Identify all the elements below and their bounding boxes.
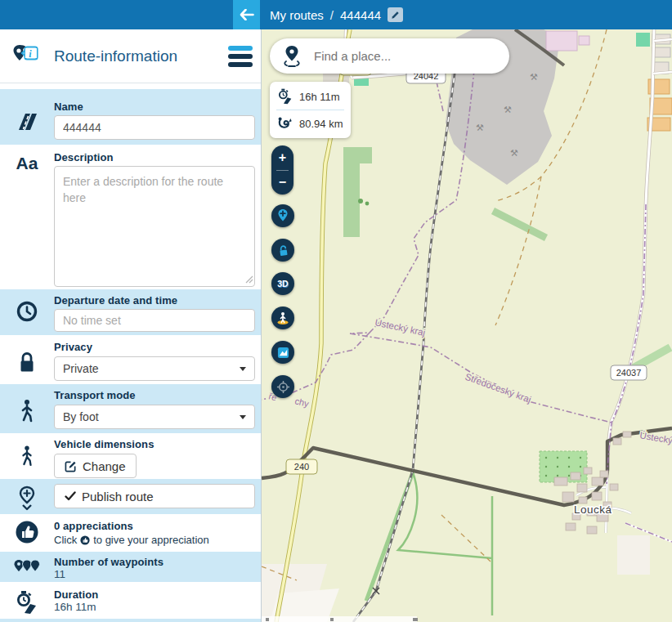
- publish-route-button[interactable]: Publish route: [54, 484, 255, 508]
- lock-map-button[interactable]: [271, 239, 294, 262]
- road-shield-240: 240: [286, 459, 317, 474]
- transport-select[interactable]: By foot: [54, 405, 255, 429]
- mine-symbol: ⚒: [530, 72, 538, 82]
- menu-bar-mid: [228, 54, 253, 59]
- pencil-icon: [391, 11, 400, 20]
- sports-pitch: [636, 33, 650, 47]
- duration-icon: [15, 590, 39, 615]
- industrial-building: [546, 31, 577, 51]
- region-label: Ústecký kraj: [374, 317, 427, 338]
- top-bar: My routes / 444444: [0, 0, 672, 29]
- vehicle-label: Vehicle dimensions: [54, 438, 255, 450]
- lock-icon: [17, 351, 37, 375]
- breadcrumb-separator: /: [330, 8, 334, 22]
- mine-symbol: ⚒: [476, 123, 484, 132]
- menu-bar-bot: [228, 62, 253, 67]
- pegman-icon: [276, 311, 289, 325]
- search-input[interactable]: [312, 48, 498, 64]
- publish-row: Publish route: [0, 479, 261, 514]
- description-row: Aa Description: [0, 145, 261, 289]
- unlock-icon: [277, 244, 289, 257]
- menu-bar-top: [228, 46, 253, 51]
- privacy-select[interactable]: Private: [54, 356, 255, 381]
- tree-symbol: [365, 202, 370, 206]
- pin-plus-icon: [276, 208, 289, 223]
- arrow-left-icon: [240, 9, 254, 20]
- zoom-in-button[interactable]: +: [271, 145, 293, 170]
- waypoints-value: 11: [54, 568, 255, 580]
- distance-icon: [277, 115, 293, 132]
- route-stats-card: 16h 11m 80.94 km: [270, 82, 351, 138]
- vehicle-row: Vehicle dimensions Change: [0, 433, 261, 479]
- village-buildings: [554, 432, 631, 534]
- pedestrian-icon: [19, 399, 35, 425]
- route-information-panel: i Route-information Name: [0, 29, 262, 622]
- back-button[interactable]: [233, 0, 260, 29]
- mine-symbol: ⚒: [510, 148, 518, 158]
- add-waypoint-button[interactable]: [271, 204, 294, 227]
- panel-title: Route-information: [54, 47, 228, 65]
- pedestrian-icon: [20, 445, 34, 469]
- 3d-view-button[interactable]: 3D: [271, 272, 294, 295]
- publish-pin-icon: [17, 486, 37, 512]
- clock-icon: [16, 301, 38, 322]
- duration-row: Duration 16h 11m: [0, 582, 261, 619]
- chevron-down-icon: [240, 415, 246, 419]
- check-icon: [65, 491, 76, 501]
- map-canvas[interactable]: ⚒ ⚒ ⚒ ⚒ ⚒: [262, 29, 672, 622]
- description-textarea[interactable]: [54, 166, 255, 287]
- departure-label: Departure date and time: [54, 294, 255, 307]
- waypoints-icon: [12, 558, 42, 579]
- departure-input[interactable]: [54, 309, 255, 332]
- transport-value: By foot: [63, 410, 99, 423]
- route-polyline[interactable]: [262, 428, 672, 505]
- breadcrumb-my-routes[interactable]: My routes: [270, 8, 324, 22]
- crosshair-icon: [276, 380, 290, 394]
- region-label: Středočeský kraj: [464, 372, 532, 405]
- name-label: Name: [54, 101, 255, 113]
- name-row: Name: [0, 89, 261, 145]
- menu-button[interactable]: [228, 45, 253, 67]
- field-patch: [617, 535, 650, 575]
- stat-duration: 16h 11m: [270, 83, 351, 110]
- attribution-fragment: [330, 618, 334, 621]
- privacy-row: Privacy Private: [0, 335, 261, 384]
- search-place-icon: [281, 45, 302, 68]
- railway-line: [353, 49, 458, 622]
- transport-label: Transport mode: [54, 389, 255, 401]
- map-attribution-partial: [262, 616, 417, 622]
- locate-button[interactable]: [271, 375, 294, 398]
- name-input[interactable]: [54, 115, 255, 140]
- next-row-sliver: [0, 619, 261, 622]
- zoom-out-button[interactable]: −: [271, 171, 293, 195]
- zoom-control: + −: [271, 145, 293, 195]
- change-vehicle-button[interactable]: Change: [54, 454, 137, 478]
- hint-prefix: Click: [54, 534, 77, 546]
- text-icon: Aa: [13, 153, 41, 174]
- industrial-building: [579, 36, 589, 45]
- privacy-label: Privacy: [54, 341, 255, 353]
- road-shield-24037: 24037: [611, 365, 647, 380]
- hint-suffix: to give your appreciation: [93, 534, 209, 546]
- route-planner-app: My routes / 444444 i Route: [0, 0, 672, 622]
- mine-symbol: ⚒: [504, 105, 512, 114]
- duration-icon: [277, 88, 293, 105]
- village-label: Loucká: [574, 503, 612, 516]
- street-view-button[interactable]: [271, 307, 294, 329]
- attribution-fragment: [413, 618, 418, 621]
- appreciations-hint: Click to give your appreciation: [54, 534, 255, 546]
- svg-text:240: 240: [294, 462, 309, 472]
- elevation-chart-icon: [277, 347, 289, 359]
- description-label: Description: [54, 151, 255, 163]
- duration-label: Duration: [54, 588, 255, 601]
- edit-route-name-button[interactable]: [388, 7, 403, 22]
- road-icon: [14, 112, 40, 132]
- 3d-label: 3D: [277, 279, 288, 289]
- appreciations-label: 0 appreciations: [54, 520, 255, 532]
- elevation-chart-button[interactable]: [271, 341, 294, 364]
- region-label-fragment: chy: [294, 396, 311, 409]
- distance-stat-value: 80.94 km: [299, 118, 343, 130]
- appreciation-icon[interactable]: [15, 520, 39, 544]
- privacy-value: Private: [63, 362, 99, 375]
- panel-header: i Route-information: [0, 29, 261, 83]
